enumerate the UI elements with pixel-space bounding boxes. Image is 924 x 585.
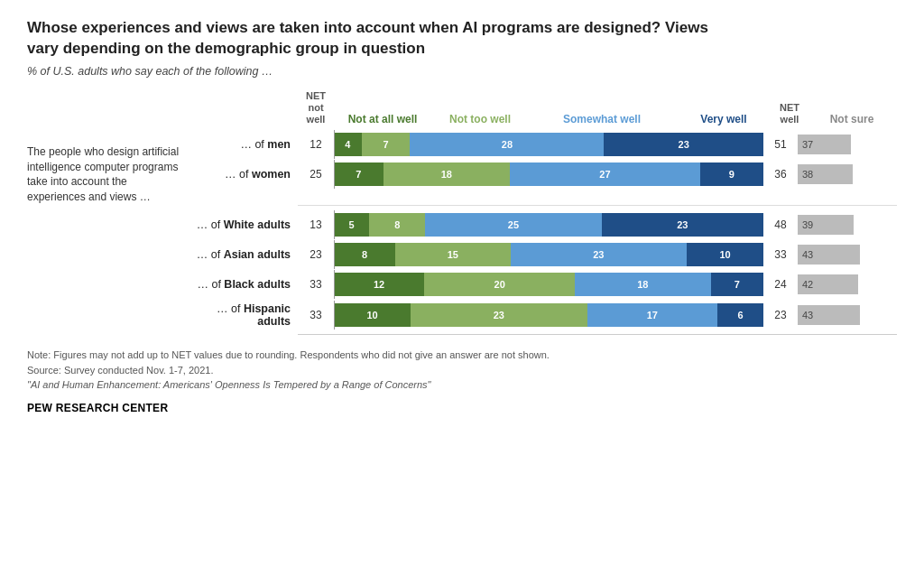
bar-segment-not-at-all: 8 xyxy=(334,243,395,266)
row-label: … of Asian adults xyxy=(180,248,298,261)
chart-area: The people who design artificial intelli… xyxy=(27,90,897,336)
bar-segment-not-too: 15 xyxy=(395,243,511,266)
row-label: … of women xyxy=(180,168,298,181)
row-net-not-well: 33 xyxy=(298,278,334,291)
row-label: … of White adults xyxy=(180,218,298,231)
vertical-reference-line xyxy=(334,160,335,189)
bar-segment-not-at-all: 7 xyxy=(334,162,383,186)
bar-segment-very: 23 xyxy=(604,133,763,156)
row-net-well: 36 xyxy=(763,168,798,181)
row-not-sure-container: 43 xyxy=(798,305,897,325)
bar-segment-not-too: 8 xyxy=(369,213,425,237)
table-row: … of men124728235137 xyxy=(180,133,897,156)
bar-segment-not-too: 18 xyxy=(383,162,510,186)
bar-segment-not-too: 20 xyxy=(424,273,575,296)
bottom-divider xyxy=(298,334,897,335)
row-net-not-well: 25 xyxy=(298,168,334,181)
bar-segment-somewhat: 25 xyxy=(425,213,601,237)
group-divider xyxy=(298,205,897,206)
bar-segment-very: 23 xyxy=(602,213,763,237)
bars-outer: 472823 xyxy=(334,133,763,156)
bar-segment-very: 7 xyxy=(711,273,763,296)
bar-segment-not-at-all: 12 xyxy=(334,273,424,296)
table-row: … of Black adults3312201872442 xyxy=(180,273,897,296)
col-header-very: Very well xyxy=(675,113,772,125)
bars-outer: 1220187 xyxy=(334,273,763,296)
row-net-not-well: 13 xyxy=(298,218,334,231)
table-row: … of Hispanic adults3310231762343 xyxy=(180,302,897,328)
col-header-net-not-well: NET not well xyxy=(298,90,334,126)
bar-segment-somewhat: 17 xyxy=(587,303,718,327)
col-header-not-at-all: Not at all well xyxy=(334,113,431,125)
row-label: … of men xyxy=(180,138,298,151)
bars-outer: 582523 xyxy=(334,213,763,237)
row-not-sure-container: 39 xyxy=(798,215,897,235)
table-row: … of women257182793638 xyxy=(180,162,897,186)
chart-title: Whose experiences and views are taken in… xyxy=(27,18,713,60)
row-net-not-well: 33 xyxy=(298,309,334,321)
bar-segment-very: 10 xyxy=(687,243,763,266)
bar-segment-very: 6 xyxy=(717,303,763,327)
bar-segment-not-too: 7 xyxy=(362,133,411,156)
bars-outer: 8152310 xyxy=(334,243,763,266)
col-header-net-well: NET well xyxy=(772,102,807,125)
not-sure-bar: 43 xyxy=(798,245,860,265)
row-not-sure-container: 37 xyxy=(798,135,897,154)
bar-segment-somewhat: 18 xyxy=(575,273,710,296)
not-sure-bar: 37 xyxy=(798,135,851,154)
bar-segment-very: 9 xyxy=(700,162,763,186)
left-label-text: The people who design artificial intelli… xyxy=(27,90,180,205)
vertical-reference-line xyxy=(334,240,335,269)
footer-attribution: "AI and Human Enhancement: Americans' Op… xyxy=(27,379,431,390)
row-net-well: 23 xyxy=(763,309,798,321)
not-sure-bar: 38 xyxy=(798,164,853,184)
table-row: … of Asian adults2381523103343 xyxy=(180,243,897,266)
bar-segment-not-too: 23 xyxy=(411,303,587,327)
bar-segment-somewhat: 28 xyxy=(410,133,604,156)
vertical-reference-line xyxy=(334,301,335,330)
col-header-not-too: Not too well xyxy=(431,113,529,125)
row-net-well: 24 xyxy=(763,278,798,291)
vertical-reference-line xyxy=(334,130,335,159)
col-header-somewhat: Somewhat well xyxy=(529,113,675,125)
row-label: … of Black adults xyxy=(180,278,298,291)
row-label: … of Hispanic adults xyxy=(180,302,298,328)
not-sure-bar: 42 xyxy=(798,274,858,294)
not-sure-bar: 39 xyxy=(798,215,854,235)
row-not-sure-container: 42 xyxy=(798,274,897,294)
row-net-well: 48 xyxy=(763,218,798,231)
footer-source: Source: Survey conducted Nov. 1-7, 2021. xyxy=(27,365,213,376)
row-net-not-well: 23 xyxy=(298,248,334,261)
bar-segment-somewhat: 23 xyxy=(511,243,688,266)
rows-container: … of men124728235137… of women2571827936… xyxy=(180,133,897,328)
row-net-well: 33 xyxy=(763,248,798,261)
bar-segment-not-at-all: 10 xyxy=(334,303,411,327)
table-row: … of White adults135825234839 xyxy=(180,213,897,237)
bars-outer: 718279 xyxy=(334,162,763,186)
footer-note: Note: Figures may not add up to NET valu… xyxy=(27,349,550,360)
bar-segment-not-at-all: 5 xyxy=(334,213,369,237)
pew-logo: PEW RESEARCH CENTER xyxy=(27,400,897,416)
row-not-sure-container: 38 xyxy=(798,164,897,184)
chart-subtitle: % of U.S. adults who say each of the fol… xyxy=(27,65,897,78)
not-sure-bar: 43 xyxy=(798,305,860,325)
col-header-not-sure: Not sure xyxy=(807,113,897,125)
vertical-reference-line xyxy=(334,270,335,299)
bar-segment-not-at-all: 4 xyxy=(334,133,362,156)
main-chart: NET not well Not at all well Not too wel… xyxy=(180,90,897,336)
bars-outer: 1023176 xyxy=(334,303,763,327)
row-net-not-well: 12 xyxy=(298,138,334,151)
row-group-spacer xyxy=(180,192,897,203)
bar-segment-somewhat: 27 xyxy=(510,162,700,186)
row-net-well: 51 xyxy=(763,138,798,151)
vertical-reference-line xyxy=(334,210,335,239)
footer: Note: Figures may not add up to NET valu… xyxy=(27,348,897,416)
row-not-sure-container: 43 xyxy=(798,245,897,265)
